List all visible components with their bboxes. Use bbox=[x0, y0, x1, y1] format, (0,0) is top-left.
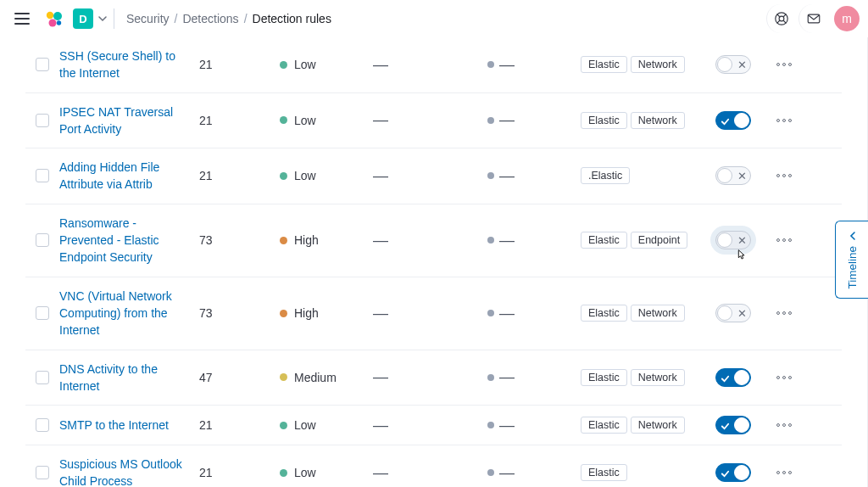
tag-badge[interactable]: Elastic bbox=[581, 417, 627, 434]
newsfeed-button[interactable] bbox=[798, 4, 827, 33]
row-checkbox[interactable] bbox=[36, 306, 49, 320]
rule-name-link[interactable]: SSH (Secure Shell) to the Internet bbox=[59, 49, 175, 80]
hamburger-icon bbox=[14, 13, 30, 25]
user-avatar[interactable]: m bbox=[834, 6, 860, 31]
row-actions-button[interactable] bbox=[775, 113, 793, 128]
rules-table: SSH (Secure Shell) to the Internet21Low—… bbox=[0, 37, 868, 487]
severity-dot-icon bbox=[280, 172, 287, 180]
last-response-cell: — bbox=[487, 56, 581, 74]
last-run-cell: — bbox=[373, 417, 487, 434]
tag-badge[interactable]: Elastic bbox=[581, 369, 627, 386]
last-response-cell: — bbox=[487, 111, 581, 129]
severity-label: High bbox=[294, 306, 319, 320]
tag-badge[interactable]: Network bbox=[631, 305, 685, 322]
rule-name-link[interactable]: SMTP to the Internet bbox=[59, 418, 169, 432]
tag-badge[interactable]: Network bbox=[631, 56, 685, 73]
elastic-logo-icon bbox=[44, 8, 64, 29]
row-actions-button[interactable] bbox=[775, 232, 793, 248]
severity-dot-icon bbox=[280, 310, 287, 317]
row-checkbox[interactable] bbox=[36, 466, 49, 479]
row-checkbox[interactable] bbox=[36, 418, 49, 432]
severity-label: Low bbox=[294, 466, 316, 479]
x-icon: ✕ bbox=[737, 170, 747, 182]
risk-score: 21 bbox=[199, 169, 280, 182]
row-actions-button[interactable] bbox=[775, 370, 793, 385]
status-dot-icon bbox=[487, 117, 494, 124]
space-selector[interactable]: D bbox=[73, 8, 114, 29]
breadcrumb-item-current: Detection rules bbox=[253, 12, 331, 25]
table-row: Adding Hidden File Attribute via Attrib2… bbox=[25, 148, 842, 204]
severity-label: Low bbox=[294, 58, 316, 71]
tag-badge[interactable]: Elastic bbox=[581, 112, 627, 129]
tag-badge[interactable]: Network bbox=[631, 417, 685, 434]
risk-score: 73 bbox=[199, 306, 280, 320]
row-actions-button[interactable] bbox=[775, 168, 793, 183]
header-actions bbox=[763, 4, 827, 33]
nav-toggle-button[interactable] bbox=[8, 5, 36, 32]
activate-toggle[interactable]: ✕ bbox=[715, 111, 751, 130]
severity-label: Low bbox=[294, 418, 316, 432]
last-run-cell: — bbox=[373, 305, 487, 322]
row-checkbox[interactable] bbox=[36, 169, 49, 182]
row-checkbox[interactable] bbox=[36, 371, 49, 384]
elastic-logo[interactable] bbox=[41, 5, 68, 32]
timeline-flyout-toggle[interactable]: Timeline bbox=[835, 221, 868, 299]
breadcrumb-item[interactable]: Security bbox=[126, 12, 170, 25]
row-actions-button[interactable] bbox=[775, 57, 793, 72]
activate-toggle[interactable]: ✕ bbox=[715, 231, 751, 249]
last-response-cell: — bbox=[487, 464, 581, 482]
severity-label: Medium bbox=[294, 371, 337, 384]
tag-badge[interactable]: Network bbox=[631, 112, 685, 129]
tags-cell: .Elastic bbox=[581, 167, 704, 184]
status-dot-icon bbox=[487, 61, 494, 68]
rule-name-link[interactable]: DNS Activity to the Internet bbox=[59, 362, 158, 393]
row-actions-button[interactable] bbox=[775, 417, 793, 433]
row-actions-button[interactable] bbox=[775, 465, 793, 480]
breadcrumb-separator: / bbox=[244, 12, 248, 25]
row-checkbox[interactable] bbox=[36, 58, 49, 71]
svg-point-0 bbox=[47, 12, 53, 19]
last-run-cell: — bbox=[373, 464, 487, 482]
activate-toggle[interactable]: ✕ bbox=[715, 463, 751, 482]
mail-icon bbox=[806, 11, 821, 26]
tag-badge[interactable]: Elastic bbox=[581, 56, 627, 73]
tag-badge[interactable]: .Elastic bbox=[581, 167, 630, 184]
tag-badge[interactable]: Network bbox=[631, 369, 685, 386]
chevron-left-icon bbox=[848, 231, 858, 241]
activate-toggle[interactable]: ✕ bbox=[715, 416, 751, 434]
rule-name-link[interactable]: VNC (Virtual Network Computing) from the… bbox=[59, 289, 172, 338]
rule-name-link[interactable]: Suspicious MS Outlook Child Process bbox=[59, 457, 182, 487]
severity-cell: High bbox=[280, 306, 373, 320]
tag-badge[interactable]: Elastic bbox=[581, 464, 627, 481]
activate-toggle[interactable]: ✕ bbox=[715, 368, 751, 387]
last-run-cell: — bbox=[373, 232, 487, 249]
status-dot-icon bbox=[487, 422, 494, 428]
row-checkbox[interactable] bbox=[36, 233, 49, 247]
tag-badge[interactable]: Elastic bbox=[581, 232, 627, 249]
rule-name-link[interactable]: Ransomware - Prevented - Elastic Endpoin… bbox=[59, 216, 159, 265]
table-row: Suspicious MS Outlook Child Process21Low… bbox=[25, 445, 842, 487]
severity-cell: Low bbox=[280, 466, 373, 479]
breadcrumb-item[interactable]: Detections bbox=[182, 12, 238, 25]
row-checkbox[interactable] bbox=[36, 114, 49, 127]
row-actions-button[interactable] bbox=[775, 305, 793, 321]
timeline-label: Timeline bbox=[846, 246, 859, 289]
activate-toggle[interactable]: ✕ bbox=[715, 304, 751, 322]
check-icon bbox=[721, 422, 730, 431]
activate-toggle[interactable]: ✕ bbox=[715, 55, 751, 74]
tag-badge[interactable]: Endpoint bbox=[631, 232, 687, 249]
risk-score: 47 bbox=[199, 371, 280, 384]
activate-toggle[interactable]: ✕ bbox=[715, 166, 751, 185]
breadcrumb-separator: / bbox=[175, 12, 178, 25]
tag-badge[interactable]: Elastic bbox=[581, 305, 627, 322]
rule-name-link[interactable]: IPSEC NAT Traversal Port Activity bbox=[59, 105, 173, 136]
help-button[interactable] bbox=[766, 4, 795, 33]
severity-cell: Low bbox=[280, 418, 373, 432]
tags-cell: ElasticNetwork bbox=[581, 369, 704, 386]
check-icon bbox=[721, 117, 730, 126]
x-icon: ✕ bbox=[737, 307, 747, 320]
severity-dot-icon bbox=[280, 116, 287, 124]
last-response-cell: — bbox=[487, 232, 581, 249]
severity-dot-icon bbox=[280, 373, 287, 381]
rule-name-link[interactable]: Adding Hidden File Attribute via Attrib bbox=[59, 160, 159, 191]
